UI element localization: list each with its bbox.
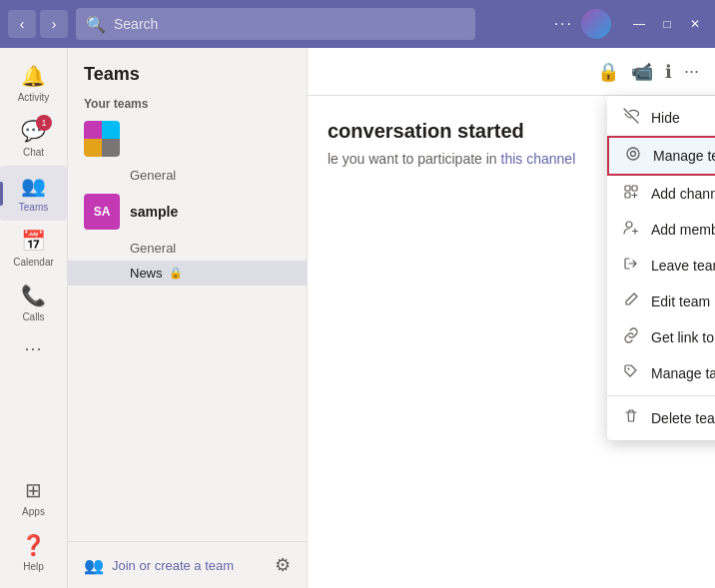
menu-label-hide: Hide <box>651 110 715 126</box>
menu-item-add-member[interactable]: Add member <box>607 212 715 248</box>
sidebar-item-chat[interactable]: 💬 1 Chat <box>0 111 67 166</box>
menu-label-get-link: Get link to team <box>651 329 715 345</box>
conversation-sub-prefix: le you want to participate in <box>328 151 501 167</box>
color-block <box>102 121 120 139</box>
calendar-icon: 📅 <box>21 229 46 253</box>
team-name-sample: sample <box>130 204 178 220</box>
settings-icon[interactable]: ⚙ <box>275 554 291 576</box>
svg-point-10 <box>628 368 630 370</box>
chat-area: 🔒 📹 ℹ ··· conversation started le you wa… <box>308 48 715 588</box>
menu-item-leave-team[interactable]: Leave team <box>607 248 715 284</box>
join-label: Join or create a team <box>112 558 234 573</box>
sidebar-label-calendar: Calendar <box>13 257 54 268</box>
chat-header-icons: 🔒 📹 ℹ ··· <box>597 61 699 83</box>
maximize-button[interactable]: □ <box>655 12 679 36</box>
menu-item-manage-tags[interactable]: Manage tags <box>607 355 715 391</box>
chat-icon: 💬 1 <box>21 119 46 143</box>
menu-item-manage-team[interactable]: Manage team <box>607 136 715 176</box>
join-icon: 👥 <box>84 556 104 575</box>
channel-general2[interactable]: General <box>68 236 307 261</box>
section-label: Your teams <box>68 93 307 115</box>
svg-rect-2 <box>625 186 630 191</box>
menu-label-manage-team: Manage team <box>653 148 715 164</box>
channel-label-general2: General <box>130 241 176 256</box>
channel-label-news: News <box>130 266 163 281</box>
menu-item-hide[interactable]: Hide <box>607 100 715 136</box>
delete-team-icon <box>621 408 641 428</box>
menu-label-add-channel: Add channel <box>651 186 715 202</box>
title-bar-right: ··· — □ ✕ <box>554 9 707 39</box>
team-icon-sample: SA <box>84 194 120 230</box>
main-content: 🔔 Activity 💬 1 Chat 👥 Teams 📅 Calendar 📞… <box>0 48 715 588</box>
sidebar-item-help[interactable]: ❓ Help <box>17 525 50 580</box>
join-create-button[interactable]: 👥 Join or create a team <box>84 556 234 575</box>
more-header-icon[interactable]: ··· <box>684 61 699 82</box>
menu-divider <box>607 395 715 396</box>
activity-icon: 🔔 <box>21 64 46 88</box>
menu-label-manage-tags: Manage tags <box>651 365 715 381</box>
nav-buttons: ‹ › <box>8 10 68 38</box>
more-options[interactable]: ··· <box>554 15 573 33</box>
forward-button[interactable]: › <box>40 10 68 38</box>
apps-icon: ⊞ <box>25 478 42 502</box>
calls-icon: 📞 <box>21 284 46 307</box>
menu-label-leave-team: Leave team <box>651 258 715 274</box>
team-item-0: General <box>68 115 307 188</box>
lock-header-icon[interactable]: 🔒 <box>597 61 619 83</box>
help-icon: ❓ <box>21 533 46 557</box>
this-channel-link[interactable]: this channel <box>501 151 576 167</box>
menu-label-add-member: Add member <box>651 222 715 238</box>
menu-item-add-channel[interactable]: Add channel <box>607 176 715 212</box>
search-bar[interactable]: 🔍 <box>76 8 475 40</box>
team-row-0[interactable] <box>68 115 307 163</box>
sidebar-label-chat: Chat <box>23 147 44 158</box>
sidebar-item-activity[interactable]: 🔔 Activity <box>0 56 67 111</box>
team-row-sample[interactable]: SA sample <box>68 188 307 236</box>
get-link-icon <box>621 327 641 347</box>
manage-team-icon <box>623 146 643 166</box>
chat-badge: 1 <box>36 115 52 131</box>
channel-general1[interactable]: General <box>68 163 307 188</box>
teams-footer: 👥 Join or create a team ⚙ <box>68 541 307 588</box>
channel-news[interactable]: News 🔒 <box>68 261 307 286</box>
svg-rect-4 <box>625 193 630 198</box>
team-icon-0 <box>84 121 120 157</box>
sidebar-item-apps[interactable]: ⊞ Apps <box>17 470 50 525</box>
search-icon: 🔍 <box>86 15 106 34</box>
active-indicator <box>0 182 3 206</box>
color-block <box>102 139 120 157</box>
chat-header: 🔒 📹 ℹ ··· <box>308 48 715 96</box>
info-icon[interactable]: ℹ <box>665 61 672 83</box>
context-menu: Hide Manage team <box>607 96 715 440</box>
teams-icon: 👥 <box>21 174 46 198</box>
svg-rect-3 <box>632 186 637 191</box>
color-block <box>84 139 102 157</box>
sidebar-item-calendar[interactable]: 📅 Calendar <box>0 221 67 276</box>
add-channel-icon <box>621 184 641 204</box>
avatar[interactable] <box>581 9 611 39</box>
svg-point-0 <box>627 148 639 160</box>
sidebar-label-activity: Activity <box>18 92 50 103</box>
menu-item-delete-team[interactable]: Delete team <box>607 400 715 436</box>
sidebar-item-calls[interactable]: 📞 Calls <box>0 276 67 330</box>
menu-item-edit-team[interactable]: Edit team <box>607 284 715 319</box>
leave-team-icon <box>621 256 641 276</box>
close-button[interactable]: ✕ <box>683 12 707 36</box>
edit-team-icon <box>621 292 641 311</box>
channel-label-general1: General <box>130 168 176 183</box>
menu-item-get-link[interactable]: Get link to team <box>607 319 715 355</box>
hide-icon <box>621 108 641 128</box>
teams-title: Teams <box>68 48 307 93</box>
sidebar-more[interactable]: ··· <box>20 330 46 367</box>
sidebar-label-calls: Calls <box>22 311 44 322</box>
sidebar-bottom: ⊞ Apps ❓ Help <box>17 470 50 580</box>
search-input[interactable] <box>114 16 465 32</box>
video-icon[interactable]: 📹 <box>631 61 653 83</box>
minimize-button[interactable]: — <box>627 12 651 36</box>
back-button[interactable]: ‹ <box>8 10 36 38</box>
sidebar-item-teams[interactable]: 👥 Teams <box>0 166 67 221</box>
color-block <box>84 121 102 139</box>
more-icon: ··· <box>24 338 42 359</box>
menu-label-delete-team: Delete team <box>651 410 715 426</box>
window-controls: — □ ✕ <box>627 12 707 36</box>
